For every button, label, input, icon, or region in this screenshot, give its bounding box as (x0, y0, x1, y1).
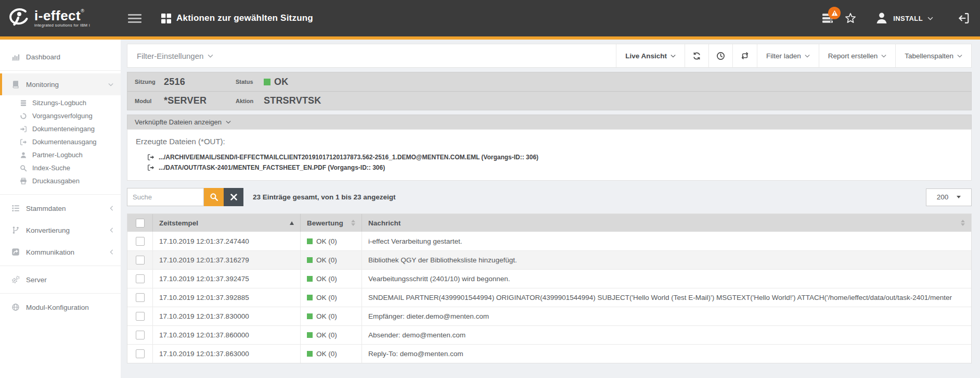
sidebar-subitem-partner-logbuch[interactable]: Partner-Logbuch (0, 148, 121, 161)
timestamp-cell: 17.10.2019 12:01:37.247440 (152, 232, 300, 250)
column-header-bewertung[interactable]: Bewertung (300, 214, 362, 232)
favorites-button[interactable] (845, 12, 856, 24)
file-link[interactable]: .../ARCHIVE/EMAIL/SEND/I-EFFECTMAILCLIEN… (136, 152, 963, 162)
user-menu[interactable]: INSTALL (875, 11, 933, 25)
sidebar-item-label: Modul-Konfiguration (26, 304, 89, 311)
history-button[interactable] (708, 44, 732, 67)
file-links: .../ARCHIVE/EMAIL/SEND/I-EFFECTMAILCLIEN… (136, 152, 963, 173)
rating-ok-square (307, 332, 313, 338)
clear-search-button[interactable] (224, 188, 243, 206)
table-columns-label: Tabellenspalten (905, 52, 953, 60)
rating-ok-square (307, 351, 313, 357)
linked-files-toggle[interactable]: Verknüpfte Dateien anzeigen (127, 115, 972, 129)
sidebar-subitem-index-suche[interactable]: Index-Suche (0, 161, 121, 174)
file-link-label: .../DATA/OUT/TASK-2401/MENTEN_FACTSHEET_… (159, 164, 385, 171)
list-icon (11, 204, 20, 212)
sidebar-divider (0, 70, 121, 71)
table-row[interactable]: 17.10.2019 12:01:37.392885 OK (0) SNDEMA… (127, 288, 971, 307)
main-content: Filter-Einstellungen Live Ansicht (121, 40, 980, 378)
rating-cell: OK (0) (300, 232, 362, 250)
filter-settings-toggle[interactable]: Filter-Einstellungen (127, 44, 223, 67)
filter-toolbar: Filter-Einstellungen Live Ansicht (127, 44, 972, 68)
table-row[interactable]: 17.10.2019 12:01:37.392475 OK (0) Vearbe… (127, 269, 971, 288)
message-cell: Empfänger: dieter.demo@menten.com (362, 307, 971, 325)
load-filter-button[interactable]: Filter laden (757, 44, 819, 67)
table-columns-button[interactable]: Tabellenspalten (895, 44, 971, 67)
refresh-button[interactable] (685, 44, 708, 67)
search-button[interactable] (204, 188, 224, 206)
chevron-left-icon (110, 206, 113, 211)
table-row[interactable]: 17.10.2019 12:01:37.316279 OK (0) Biblio… (127, 250, 971, 269)
session-info-row: Sitzung 2516 Status OK (127, 72, 971, 91)
app-logo[interactable]: i-effect® integrated solutions for IBM i (7, 7, 109, 30)
table-row[interactable]: 17.10.2019 12:01:37.830000 OK (0) Empfän… (127, 307, 971, 325)
sidebar: Dashboard Monitoring Sitzungs-Logbuch (0, 40, 121, 378)
create-report-button[interactable]: Report erstellen (819, 44, 895, 67)
sidebar-item-stammdaten[interactable]: Stammdaten (0, 197, 121, 219)
logout-icon (958, 12, 970, 24)
row-checkbox[interactable] (136, 274, 145, 283)
row-checkbox[interactable] (136, 256, 145, 264)
column-header-zeitstempel[interactable]: Zeitstempel (152, 214, 300, 232)
rating-cell: OK (0) (300, 345, 362, 363)
row-checkbox[interactable] (136, 331, 145, 339)
rating-ok-square (307, 276, 313, 282)
sidebar-subitem-label: Partner-Logbuch (32, 151, 83, 159)
live-view-button[interactable]: Live Ansicht (616, 44, 685, 67)
sidebar-item-dashboard[interactable]: Dashboard (0, 46, 121, 68)
file-link[interactable]: .../DATA/OUT/TASK-2401/MENTEN_FACTSHEET_… (136, 162, 963, 173)
rating-label: OK (0) (316, 256, 337, 264)
page-size-select[interactable]: 200 (926, 188, 972, 206)
table-row[interactable]: 17.10.2019 12:01:37.247440 OK (0) i-effe… (127, 232, 971, 250)
sidebar-subitem-vorgangsverfolgung[interactable]: Vorgangsverfolgung (0, 109, 121, 122)
rating-label: OK (0) (316, 237, 337, 245)
sidebar-item-konvertierung[interactable]: Konvertierung (0, 219, 121, 241)
message-cell: SNDEMAIL PARTNER(4399901544994) ORIGINAT… (362, 288, 971, 307)
select-all-checkbox[interactable] (136, 219, 145, 228)
sidebar-item-monitoring[interactable]: Monitoring (0, 73, 121, 95)
modul-value: *SERVER (164, 95, 236, 106)
sort-both-icon (961, 220, 965, 226)
generated-files-heading: Erzeugte Dateien (*OUT): (136, 137, 963, 146)
notifications-button[interactable] (822, 13, 833, 23)
row-select-cell (127, 307, 152, 325)
gears-icon (11, 275, 20, 284)
sidebar-item-kommunikation[interactable]: Kommunikation (0, 241, 121, 263)
search-input[interactable] (127, 188, 204, 206)
session-info-row: Modul *SERVER Aktion STRSRVTSK (127, 91, 971, 110)
logout-button[interactable] (958, 12, 970, 24)
book-icon (11, 80, 20, 89)
repeat-icon (740, 52, 750, 60)
table-row[interactable]: 17.10.2019 12:01:37.863000 OK (0) Reply-… (127, 344, 971, 363)
row-select-cell (127, 326, 152, 344)
sidebar-subitem-dokumentenausgang[interactable]: Dokumentenausgang (0, 135, 121, 148)
column-header-nachricht[interactable]: Nachricht (362, 214, 971, 232)
status-ok-square (264, 79, 270, 85)
user-icon (875, 11, 888, 25)
rating-cell: OK (0) (300, 307, 362, 325)
row-checkbox[interactable] (136, 237, 145, 246)
row-select-cell (127, 232, 152, 250)
share-icon (11, 248, 20, 256)
row-checkbox[interactable] (136, 349, 145, 358)
sidebar-subitem-dokumenteneingang[interactable]: Dokumenteneingang (0, 122, 121, 135)
code-branch-icon (11, 226, 20, 234)
sort-both-icon (351, 220, 355, 226)
sidebar-item-modul-konfiguration[interactable]: Modul-Konfiguration (0, 296, 121, 318)
row-checkbox[interactable] (136, 312, 145, 321)
table-row[interactable]: 17.10.2019 12:01:37.860000 OK (0) Absend… (127, 325, 971, 344)
sidebar-subitem-label: Dokumenteneingang (32, 125, 95, 133)
rating-ok-square (307, 295, 313, 300)
sidebar-subitem-druckausgaben[interactable]: Druckausgaben (0, 174, 121, 187)
timestamp-cell: 17.10.2019 12:01:37.316279 (152, 251, 300, 269)
repeat-button[interactable] (732, 44, 757, 67)
sidebar-subitem-sitzungs-logbuch[interactable]: Sitzungs-Logbuch (0, 96, 121, 109)
row-checkbox[interactable] (136, 293, 145, 302)
logo-title: i-effect (34, 8, 81, 23)
chevron-down-icon (805, 54, 810, 58)
warning-triangle-icon (831, 10, 838, 16)
menu-toggle-icon[interactable] (128, 12, 141, 25)
sidebar-item-server[interactable]: Server (0, 269, 121, 291)
row-select-cell (127, 251, 152, 269)
rating-label: OK (0) (316, 312, 337, 320)
